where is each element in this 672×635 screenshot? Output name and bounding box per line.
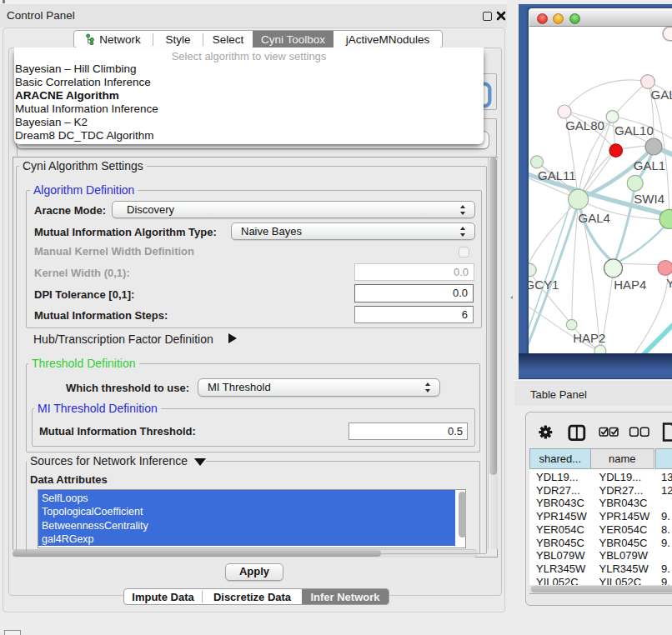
svg-text:GAL11: GAL11	[538, 168, 576, 182]
svg-text:GAL80: GAL80	[565, 118, 604, 132]
svg-text:GAL10: GAL10	[614, 123, 654, 138]
svg-text:HAP2: HAP2	[573, 331, 605, 345]
svg-text:YM: YM	[666, 276, 672, 290]
svg-text:GCY1: GCY1	[529, 278, 559, 292]
svg-text:GAL4: GAL4	[579, 211, 610, 225]
svg-text:GAL1: GAL1	[634, 158, 665, 172]
svg-text:HAP4: HAP4	[614, 278, 646, 292]
svg-text:GAL2: GAL2	[651, 88, 672, 102]
svg-text:SWI4: SWI4	[634, 192, 664, 206]
